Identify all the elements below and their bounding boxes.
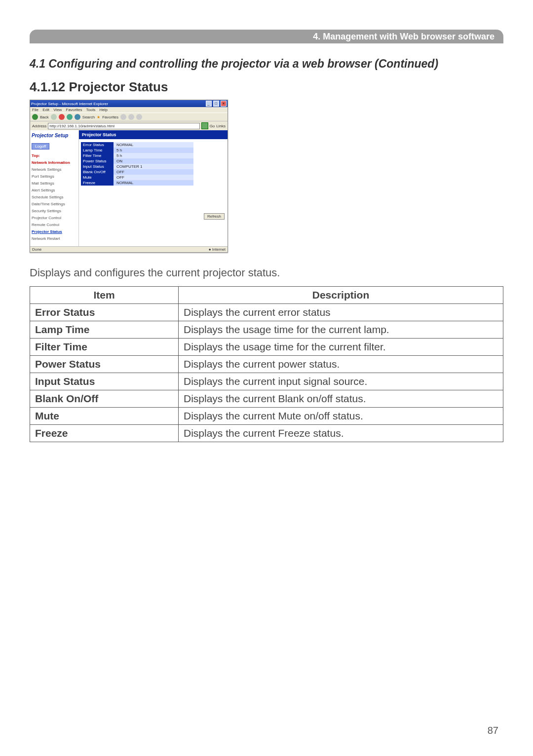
chapter-bar: 4. Management with Web browser software: [30, 30, 503, 43]
description-table: Item Description Error StatusDisplays th…: [30, 286, 503, 442]
back-icon[interactable]: [32, 114, 38, 120]
menu-help[interactable]: Help: [100, 108, 108, 112]
nav-item[interactable]: Date/Time Settings: [32, 201, 77, 208]
home-icon[interactable]: [75, 114, 80, 120]
nav-top[interactable]: Top:: [32, 152, 77, 159]
ie-title-bar: Projector Setup - Microsoft Internet Exp…: [30, 100, 228, 107]
td-item: Freeze: [30, 425, 179, 442]
td-desc: Displays the usage time for the current …: [179, 339, 503, 356]
td-item: Mute: [30, 408, 179, 425]
menu-tools[interactable]: Tools: [86, 108, 96, 112]
ie-window-title: Projector Setup - Microsoft Internet Exp…: [31, 102, 108, 106]
links-label[interactable]: Links: [216, 124, 226, 128]
screenshot: Projector Setup - Microsoft Internet Exp…: [30, 100, 228, 253]
forward-icon[interactable]: [51, 114, 57, 120]
lead-text: Displays and configures the current proj…: [30, 266, 503, 279]
status-val: ON: [114, 158, 193, 164]
status-left: Done: [32, 247, 41, 252]
refresh-button[interactable]: Refresh: [204, 213, 225, 220]
ie-status-bar: Done ● Internet: [30, 246, 228, 252]
mail-icon[interactable]: [128, 114, 134, 120]
menu-view[interactable]: View: [53, 108, 62, 112]
td-item: Filter Time: [30, 339, 179, 356]
td-item: Error Status: [30, 304, 179, 321]
nav-item[interactable]: Network Settings: [32, 166, 77, 173]
td-item: Input Status: [30, 373, 179, 390]
main-panel: Projector Status Error StatusNORMAL Lamp…: [79, 130, 228, 246]
stop-icon[interactable]: [59, 114, 65, 120]
status-table: Error StatusNORMAL Lamp Time5 h Filter T…: [81, 142, 193, 186]
sidebar-nav: Top: Network Information Network Setting…: [32, 152, 77, 242]
status-val: 5 h: [114, 148, 193, 153]
status-val: NORMAL: [114, 142, 193, 148]
status-key: Blank On/Off: [81, 169, 114, 175]
window-buttons: _ □ ×: [205, 101, 227, 107]
status-key: Lamp Time: [81, 148, 114, 153]
nav-item[interactable]: Network Restart: [32, 235, 77, 242]
panel-title: Projector Status: [79, 130, 228, 139]
nav-item[interactable]: Port Settings: [32, 173, 77, 180]
td-desc: Displays the current power status.: [179, 356, 503, 373]
td-item: Lamp Time: [30, 321, 179, 339]
menu-favorites[interactable]: Favorites: [66, 108, 82, 112]
nav-item[interactable]: Security Settings: [32, 208, 77, 215]
internet-icon: ●: [209, 247, 211, 252]
history-icon[interactable]: [120, 114, 126, 120]
page-number: 87: [488, 725, 498, 736]
address-label: Address: [32, 124, 46, 128]
status-val: OFF: [114, 175, 193, 180]
print-icon[interactable]: [136, 114, 142, 120]
status-key: Mute: [81, 175, 114, 180]
ie-menu-bar: File Edit View Favorites Tools Help: [30, 107, 228, 113]
minimize-icon[interactable]: _: [206, 101, 212, 107]
sidebar-brand: Projector Setup: [32, 133, 77, 138]
status-val: COMPUTER 1: [114, 164, 193, 169]
status-key: Freeze: [81, 180, 114, 186]
ie-address-bar: Address http://192.168.1.10/admin/status…: [30, 121, 228, 130]
th-item: Item: [30, 287, 179, 304]
sidebar: Projector Setup Logoff Top: Network Info…: [30, 130, 79, 246]
nav-item[interactable]: Schedule Settings: [32, 194, 77, 201]
refresh-icon[interactable]: [67, 114, 73, 120]
close-icon[interactable]: ×: [221, 101, 227, 107]
menu-edit[interactable]: Edit: [42, 108, 49, 112]
status-key: Input Status: [81, 164, 114, 169]
td-desc: Displays the current Blank on/off status…: [179, 390, 503, 408]
go-button[interactable]: [201, 122, 208, 129]
status-right: ● Internet: [209, 247, 226, 252]
maximize-icon[interactable]: □: [213, 101, 219, 107]
td-desc: Displays the usage time for the current …: [179, 321, 503, 339]
status-key: Filter Time: [81, 153, 114, 158]
search-label[interactable]: Search: [82, 115, 95, 119]
status-key: Error Status: [81, 142, 114, 148]
nav-current[interactable]: Projector Status: [32, 228, 77, 235]
td-desc: Displays the current error status: [179, 304, 503, 321]
nav-item[interactable]: Mail Settings: [32, 180, 77, 187]
ie-toolbar: Back Search ★ Favorites: [30, 113, 228, 121]
back-label[interactable]: Back: [40, 115, 49, 119]
nav-item[interactable]: Remote Control: [32, 222, 77, 228]
status-val: OFF: [114, 169, 193, 175]
td-desc: Displays the current Freeze status.: [179, 425, 503, 442]
td-desc: Displays the current Mute on/off status.: [179, 408, 503, 425]
status-key: Power Status: [81, 158, 114, 164]
address-input[interactable]: http://192.168.1.10/admin/status.html: [48, 123, 199, 129]
status-right-text: Internet: [212, 247, 226, 252]
td-item: Blank On/Off: [30, 390, 179, 408]
go-label[interactable]: Go: [210, 124, 215, 128]
menu-file[interactable]: File: [32, 108, 38, 112]
status-val: 5 h: [114, 153, 193, 158]
logoff-button[interactable]: Logoff: [32, 143, 49, 150]
nav-group[interactable]: Network Information: [32, 159, 77, 166]
td-desc: Displays the current input signal source…: [179, 373, 503, 390]
status-val: NORMAL: [114, 180, 193, 186]
td-item: Power Status: [30, 356, 179, 373]
nav-item[interactable]: Alert Settings: [32, 187, 77, 194]
subsection-title: 4.1.12 Projector Status: [30, 79, 503, 95]
th-desc: Description: [179, 287, 503, 304]
nav-item[interactable]: Projector Control: [32, 215, 77, 222]
favorites-label[interactable]: Favorites: [102, 115, 118, 119]
favorites-star-icon[interactable]: ★: [97, 115, 100, 119]
section-title: 4.1 Configuring and controlling the proj…: [30, 57, 503, 71]
